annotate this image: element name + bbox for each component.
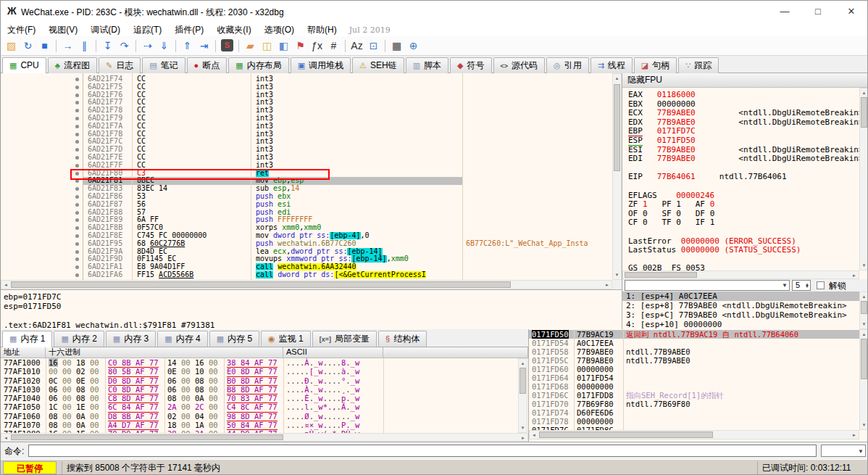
scroll-thumb[interactable] [861,339,867,379]
register-line[interactable]: GS 002B FS 0053 [622,264,859,270]
disasm-vertical-scrollbar[interactable]: ▲▼ [612,73,622,280]
menu-item[interactable]: 文件(F) [1,22,42,36]
stack-row[interactable]: 0171FD74D60FE6D6 [529,408,859,417]
scroll-arrow-icon[interactable]: ◄ [2,434,9,441]
disasm-row[interactable]: 6AD21F7BCCint3 [1,131,613,139]
memory-dump-pane[interactable]: 地址 十六进制 ASCII 77AF100016 00 18 00C0 8B A… [1,347,528,442]
step-into-icon[interactable]: ↧ [99,38,116,54]
argument-row[interactable]: 1: [esp+4] A0C17EEA [622,292,859,301]
tab-source[interactable]: <>源代码 [493,57,546,73]
dump-row[interactable]: 77AF104006 00 08 00C8 8D AF 7708 00 0A 0… [1,394,518,402]
scroll-thumb[interactable] [539,431,713,438]
scroll-thumb[interactable] [11,281,511,288]
disasm-row[interactable]: 6AD21F76CCint3 [1,91,613,99]
label-icon[interactable]: ◧ [275,38,292,54]
dump-row[interactable]: 77AF10501C 00 1E 006C 84 AF 772A 00 2C 0… [1,402,518,411]
disasm-row[interactable]: 6AD21F7ACCint3 [1,123,613,131]
breakpoint-dot-icon[interactable] [75,265,79,269]
menu-item[interactable]: 视图(V) [42,22,84,36]
tab-watch-1[interactable]: ◉监视 1 [261,331,311,347]
run-icon[interactable]: → [59,38,76,54]
disasm-row[interactable]: 6AD21F9568 60C2776Bpush wechatwin.6B77C2… [1,240,613,248]
stack-vertical-scrollbar[interactable]: ▲▼ [859,329,868,430]
tab-dump-3[interactable]: ▦内存 3 [106,331,156,347]
stack-row[interactable]: 0171FD7077B69F80ntdll.77B69F80 [529,400,859,408]
spin-down-icon[interactable]: ▼ [805,284,809,289]
scroll-thumb[interactable] [519,368,526,394]
argument-row[interactable]: 2: [esp+8] 77B9ABE0 <ntdll.DbgUiRemoteBr… [622,301,859,310]
menu-item[interactable]: 追踪(T) [127,22,168,36]
tab-dump-4[interactable]: ▦内存 4 [157,331,207,347]
function-icon[interactable]: ƒx [309,38,325,54]
unlock-checkbox[interactable] [817,281,825,289]
tab-threads[interactable]: ⇉线程 [591,57,633,73]
stop-icon[interactable]: ■ [36,38,53,54]
breakpoint-dot-icon[interactable] [75,203,79,207]
breakpoint-dot-icon[interactable] [75,148,79,152]
disasm-row[interactable]: 6AD21F75CCint3 [1,83,613,91]
scroll-arrow-icon[interactable]: ► [519,434,527,441]
arguments-vertical-scrollbar[interactable]: ▲▼ [859,292,868,329]
scroll-arrow-icon[interactable]: ▲ [613,75,621,82]
disasm-row[interactable]: 6AD21F818BECmov ebp,esp [1,177,613,185]
disasm-row[interactable]: 6AD21F8756push esi [1,201,613,209]
scroll-arrow-icon[interactable]: ▼ [613,271,621,278]
trace-over-icon[interactable]: ⇓ [156,38,172,54]
tab-memory-map[interactable]: ▦内存布局 [228,57,288,73]
pause-icon[interactable]: ∥ [76,38,93,54]
breakpoint-dot-icon[interactable] [75,234,79,238]
dump-row[interactable]: 77AF10200C 00 0E 00D0 8D AF 7706 00 08 0… [1,376,518,385]
dump-row[interactable]: 77AF106008 00 0A 00D8 8B AF 7702 00 04 0… [1,412,518,421]
tab-dump-2[interactable]: ▦内存 2 [54,331,104,347]
stack-row[interactable]: 0171FD54A0C17EEA [529,339,859,347]
dump-row[interactable]: 77AF107008 00 0A 00A4 D7 AF 7718 00 1A 0… [1,421,518,429]
stack-row[interactable]: 0171FD5077B9AC19返回到 ntdll.77B9AC19 自 ntd… [529,330,859,339]
tab-struct[interactable]: §结构体 [378,331,427,347]
register-line[interactable]: CF 0 TF 0 IF 1 [622,218,859,228]
scroll-arrow-icon[interactable]: ► [851,271,858,278]
breakpoint-dot-icon[interactable] [75,250,79,254]
registers-vertical-scrollbar[interactable]: ▲▼ [859,88,868,270]
breakpoint-dot-icon[interactable] [75,187,79,191]
disasm-row[interactable]: 6AD21F7ECCint3 [1,154,613,162]
stack-row[interactable]: 0171FD6000000000 [529,365,859,373]
disasm-row[interactable]: 6AD21F80C3ret [1,170,613,178]
disasm-horizontal-scrollbar[interactable]: ◄► [1,280,612,289]
trace-into-icon[interactable]: ⇢ [139,38,156,54]
scroll-arrow-icon[interactable]: ► [851,431,858,439]
disasm-row[interactable]: 6AD21F77CCint3 [1,99,613,107]
stack-row[interactable]: 0171FD640171FD54 [529,373,859,382]
breakpoint-dot-icon[interactable] [75,273,79,277]
dump-header-address[interactable]: 地址 [1,347,46,358]
close-button[interactable]: ✕ [835,1,868,22]
disasm-row[interactable]: 6AD21F8B0F57C0xorps xmm0,xmm0 [1,224,613,232]
breakpoint-dot-icon[interactable] [75,172,79,175]
tab-graph[interactable]: ♣流程图 [48,57,97,73]
dump-row[interactable]: 77AF101000 00 02 0080 5B AF 770E 00 10 0… [1,367,518,376]
disasm-row[interactable]: 6AD21FA1E8 9A04D1FFcall wechatwin.6AA324… [1,263,613,271]
calculator-icon[interactable]: ▦ [388,38,405,54]
comment-icon[interactable]: ◫ [259,38,275,54]
stack-row[interactable]: 0171FD7800000000 [529,417,859,426]
restart-icon[interactable]: ↻ [20,38,36,54]
disasm-row[interactable]: 6AD21F896A FFpush FFFFFFFF [1,216,613,224]
scroll-arrow-icon[interactable]: ◄ [2,281,9,289]
report-icon[interactable]: ⊡ [365,38,382,54]
disassembly-pane[interactable]: 6AD21F74CCint36AD21F75CCint36AD21F76CCin… [1,73,622,289]
tab-locals[interactable]: [x=]局部变量 [312,331,377,347]
scroll-arrow-icon[interactable]: ▼ [860,321,868,328]
minimize-button[interactable]: — [768,1,801,22]
registers-list[interactable]: EAX 01186000EBX 00000000ECX 77B9ABE0 <nt… [622,88,859,270]
tab-cpu[interactable]: ▦CPU [2,57,46,74]
breakpoint-dot-icon[interactable] [75,133,79,136]
preferences-icon[interactable]: ⊕ [405,38,422,54]
breakpoint-dot-icon[interactable] [75,242,79,246]
hide-fpu-button[interactable]: 隐藏FPU [622,73,868,88]
disasm-row[interactable]: 6AD21F79CCint3 [1,115,613,123]
breakpoint-dot-icon[interactable] [75,78,79,81]
open-file-icon[interactable]: ▨ [3,38,20,54]
disasm-row[interactable]: 6AD21F9D0F1145 ECmovups xmmword ptr ss:[… [1,255,613,263]
tab-breakpoints[interactable]: ●断点 [187,57,228,73]
tab-log[interactable]: ✎日志 [99,57,141,73]
breakpoint-dot-icon[interactable] [75,125,79,128]
